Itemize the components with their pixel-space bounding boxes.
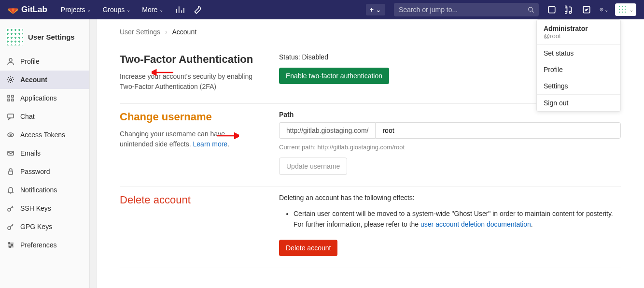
list-item: Certain user content will be moved to a … [294,208,621,230]
dropdown-username: Administrator [544,25,614,32]
svg-rect-10 [12,99,14,101]
dropdown-settings[interactable]: Settings [537,78,620,94]
svg-point-18 [9,243,10,244]
twofa-title: Two-Factor Authentication [120,53,260,66]
svg-point-0 [528,7,532,11]
new-button[interactable]: +⌄ [366,4,385,15]
sidebar-item-gpg-keys[interactable]: GPG Keys [0,217,96,236]
sidebar-item-preferences[interactable]: Preferences [0,236,96,254]
brand-label: GitLab [21,5,47,14]
svg-rect-14 [8,151,14,155]
tanuki-icon [8,4,18,15]
user-menu-button[interactable]: ⌄ [615,3,636,16]
chevron-down-icon: ⌄ [630,7,633,13]
issues-icon[interactable] [547,5,556,14]
gitlab-logo[interactable]: GitLab [8,4,47,15]
todos-icon[interactable] [582,5,591,14]
twofa-desc: Increase your account's security by enab… [120,72,260,92]
dropdown-header: Administrator @root [537,20,620,45]
deletion-doc-link[interactable]: user account deletion documentation [420,220,531,228]
dropdown-handle: @root [544,32,614,40]
sidebar-item-password[interactable]: Password [0,162,96,181]
sidebar-item-emails[interactable]: Emails [0,144,96,162]
activity-icon[interactable] [176,5,184,14]
apps-icon [7,94,14,102]
content: User Settings › Account Two-Factor Authe… [97,19,644,288]
nav-projects[interactable]: Projects⌄ [57,3,95,16]
update-username-button[interactable]: Update username [279,158,347,175]
lock-icon [7,168,14,175]
user-dropdown: Administrator @root Set status Profile S… [536,19,621,112]
dropdown-sign-out[interactable]: Sign out [537,95,620,111]
svg-point-13 [10,134,12,136]
sidebar-item-notifications[interactable]: Notifications [0,181,96,199]
delete-intro: Deleting an account has the following ef… [279,194,621,202]
svg-rect-15 [9,171,13,174]
bell-icon [7,186,14,194]
breadcrumb-root[interactable]: User Settings [120,28,160,36]
svg-point-6 [10,79,12,81]
breadcrumb-current: Account [172,28,197,36]
svg-point-12 [8,133,14,137]
chevron-down-icon: ⌄ [159,7,163,13]
learn-more-link[interactable]: Learn more [193,140,228,148]
search-input[interactable] [399,6,528,14]
search-icon [528,6,534,13]
sidebar-title: User Settings [28,33,75,41]
scrollbar[interactable] [89,19,96,288]
nav-items: Projects⌄ Groups⌄ More⌄ [57,3,167,16]
gear-icon [7,76,14,84]
sidebar: User Settings Profile Account Applicatio… [0,19,97,288]
enable-2fa-button[interactable]: Enable two-factor authentication [279,68,389,84]
chat-icon [7,113,14,120]
sidebar-item-ssh-keys[interactable]: SSH Keys [0,199,96,217]
chevron-down-icon: ⌄ [376,6,381,14]
dropdown-set-status[interactable]: Set status [537,45,620,61]
delete-account-button[interactable]: Delete account [279,240,337,256]
token-icon [7,131,14,139]
key-icon [7,223,14,230]
chevron-down-icon: ⌄ [604,7,608,13]
search-bar[interactable] [394,3,539,16]
plus-icon: + [370,6,374,14]
svg-rect-9 [8,99,10,101]
key-icon [7,204,14,212]
username-desc: Changing your username can have unintend… [120,129,260,149]
nav-more[interactable]: More⌄ [138,3,167,16]
avatar [6,28,23,45]
section-username: Change username Changing your username c… [120,104,621,187]
wrench-icon[interactable] [193,5,202,14]
username-title: Change username [120,111,260,123]
svg-point-19 [12,245,13,246]
sidebar-item-chat[interactable]: Chat [0,107,96,126]
section-delete: Delete account Deleting an account has t… [120,187,621,268]
sidebar-item-account[interactable]: Account [0,71,96,89]
topbar: GitLab Projects⌄ Groups⌄ More⌄ +⌄ ?⌄ ⌄ [0,0,644,19]
svg-text:?: ? [601,9,602,11]
sliders-icon [7,241,14,249]
merge-requests-icon[interactable] [565,5,574,14]
email-icon [7,149,14,157]
path-prefix: http://gitlab.giostaging.com/ [279,122,375,139]
delete-effects-list: Certain user content will be moved to a … [294,208,621,230]
delete-title: Delete account [120,194,260,206]
chevron-right-icon: › [165,28,168,36]
svg-rect-11 [8,114,14,118]
svg-point-20 [10,246,11,248]
sidebar-header: User Settings [0,23,96,52]
svg-point-5 [9,58,12,61]
sidebar-item-applications[interactable]: Applications [0,89,96,107]
sidebar-item-access-tokens[interactable]: Access Tokens [0,126,96,144]
current-path-hint: Current path: http://gitlab.giostaging.c… [279,144,621,151]
avatar [618,5,628,14]
dropdown-profile[interactable]: Profile [537,61,620,78]
svg-rect-1 [548,6,555,13]
svg-rect-7 [8,95,10,97]
nav-groups[interactable]: Groups⌄ [98,3,134,16]
profile-icon [7,58,14,65]
help-icon[interactable]: ?⌄ [600,5,608,14]
chevron-down-icon: ⌄ [126,7,130,13]
path-label: Path [279,111,621,118]
sidebar-item-profile[interactable]: Profile [0,52,96,71]
username-input[interactable] [375,122,621,139]
